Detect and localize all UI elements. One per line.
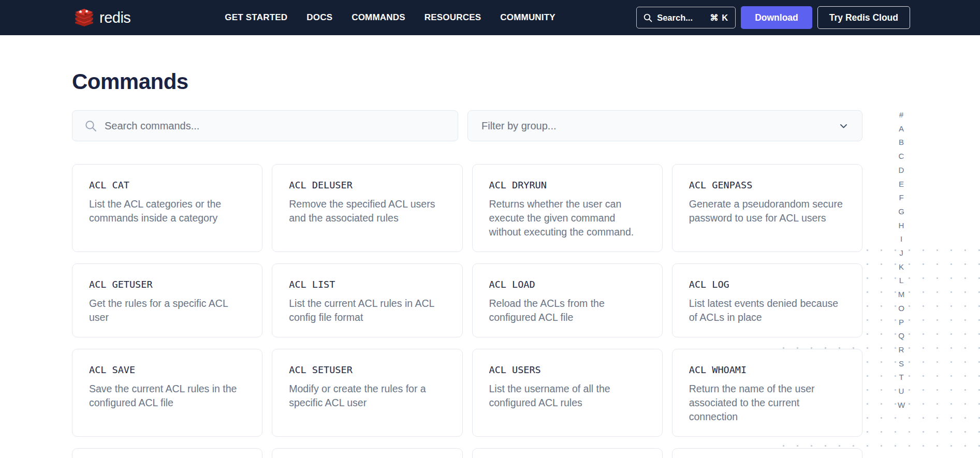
command-description: List the current ACL rules in ACL config… bbox=[289, 297, 445, 324]
alphabet-rail-letter[interactable]: D bbox=[894, 164, 909, 178]
alphabet-rail-letter[interactable]: U bbox=[894, 385, 909, 398]
search-commands-input[interactable] bbox=[105, 111, 458, 141]
command-description: Generate a pseudorandom secure password … bbox=[689, 197, 845, 225]
command-name: ACL USERS bbox=[489, 364, 646, 375]
filter-controls: Filter by group... bbox=[72, 110, 862, 141]
alphabet-rail-letter[interactable]: Q bbox=[894, 329, 909, 343]
nav-link[interactable]: GET STARTED bbox=[225, 12, 287, 23]
alphabet-rail-letter[interactable]: J bbox=[894, 246, 909, 260]
alphabet-rail-letter[interactable]: O bbox=[894, 302, 909, 316]
command-name: ACL GENPASS bbox=[689, 180, 845, 190]
site-search-placeholder: Search... bbox=[657, 13, 693, 23]
redis-logo-text: redis bbox=[99, 9, 130, 26]
alphabet-rail-letter[interactable]: K bbox=[894, 260, 909, 274]
alphabet-rail-letter[interactable]: G bbox=[894, 205, 909, 219]
filter-by-group-select[interactable]: Filter by group... bbox=[467, 110, 862, 141]
alphabet-rail-letter[interactable]: M bbox=[894, 288, 909, 302]
alphabet-rail-letter[interactable]: E bbox=[894, 178, 909, 191]
navbar-actions: Search... ⌘ K Download Try Redis Cloud bbox=[636, 6, 910, 29]
download-button[interactable]: Download bbox=[741, 6, 812, 29]
command-card[interactable]: ACL USERS List the username of all the c… bbox=[472, 349, 663, 437]
command-card[interactable]: ACL LOG List latest events denied becaus… bbox=[672, 263, 862, 337]
alphabet-rail-letter[interactable]: # bbox=[894, 108, 909, 122]
command-name: ACL LOAD bbox=[489, 279, 646, 290]
alphabet-rail-letter[interactable]: F bbox=[894, 191, 909, 205]
command-description: Remove the specified ACL users and the a… bbox=[289, 197, 445, 225]
command-card[interactable]: ACL SAVE Save the current ACL rules in t… bbox=[72, 349, 262, 437]
command-card[interactable]: ACL WHOAMI Return the name of the user a… bbox=[672, 349, 862, 437]
command-card[interactable]: ACL LOAD Reload the ACLs from the config… bbox=[472, 263, 663, 337]
command-description: Get the rules for a specific ACL user bbox=[89, 297, 245, 324]
command-card[interactable]: ACL GENPASS Generate a pseudorandom secu… bbox=[672, 164, 862, 252]
command-name: ACL SETUSER bbox=[289, 364, 445, 375]
alphabet-rail-letter[interactable]: A bbox=[894, 122, 909, 136]
command-description: Reload the ACLs from the configured ACL … bbox=[489, 297, 646, 324]
command-description: List latest events denied because of ACL… bbox=[689, 297, 845, 324]
command-name: ACL CAT bbox=[89, 180, 245, 190]
try-redis-cloud-button[interactable]: Try Redis Cloud bbox=[817, 6, 910, 29]
alphabet-rail-letter[interactable]: T bbox=[894, 371, 909, 385]
alphabet-rail-letter[interactable]: I bbox=[894, 232, 909, 246]
command-card[interactable]: ACL CAT List the ACL categories or the c… bbox=[72, 164, 262, 252]
command-card[interactable]: ACL GETUSER Get the rules for a specific… bbox=[72, 263, 262, 337]
command-description: Save the current ACL rules in the config… bbox=[89, 382, 245, 410]
nav-link[interactable]: RESOURCES bbox=[425, 12, 481, 23]
search-icon bbox=[85, 120, 97, 132]
command-card[interactable]: BF.ADD bbox=[672, 448, 862, 458]
command-description: Returns whether the user can execute the… bbox=[489, 197, 646, 239]
page-title: Commands bbox=[72, 69, 980, 94]
search-shortcut: ⌘ K bbox=[710, 13, 728, 23]
command-name: ACL LOG bbox=[689, 279, 845, 290]
command-card[interactable]: APPEND bbox=[72, 448, 262, 458]
command-name: ACL LIST bbox=[289, 279, 445, 290]
command-description: List the ACL categories or the commands … bbox=[89, 197, 245, 225]
command-name: ACL DRYRUN bbox=[489, 180, 646, 190]
nav-link[interactable]: COMMUNITY bbox=[500, 12, 555, 23]
alphabet-rail: # A B C D E F G H I J K L M O P Q R S T … bbox=[894, 108, 909, 412]
command-card[interactable]: ACL SETUSER Modify or create the rules f… bbox=[272, 349, 462, 437]
alphabet-rail-letter[interactable]: P bbox=[894, 316, 909, 330]
redis-logo[interactable]: redis bbox=[74, 9, 130, 26]
command-card[interactable]: AUTH bbox=[472, 448, 663, 458]
command-card[interactable]: ACL DELUSER Remove the specified ACL use… bbox=[272, 164, 462, 252]
nav-link[interactable]: DOCS bbox=[306, 12, 332, 23]
command-name: ACL GETUSER bbox=[89, 279, 245, 290]
main-content: Commands Filter by group... ACL CAT List… bbox=[0, 69, 980, 458]
command-card[interactable]: ACL DRYRUN Returns whether the user can … bbox=[472, 164, 663, 252]
search-icon bbox=[643, 13, 652, 22]
chevron-down-icon bbox=[839, 121, 849, 131]
navbar: redis GET STARTED DOCS COMMANDS RESOURCE… bbox=[0, 0, 980, 35]
commands-grid: ACL CAT List the ACL categories or the c… bbox=[72, 164, 862, 458]
alphabet-rail-letter[interactable]: C bbox=[894, 150, 909, 164]
command-name: ACL DELUSER bbox=[289, 180, 445, 190]
alphabet-rail-letter[interactable]: R bbox=[894, 343, 909, 357]
filter-by-group-label: Filter by group... bbox=[481, 120, 557, 132]
command-name: ACL SAVE bbox=[89, 364, 245, 375]
command-card[interactable]: ACL LIST List the current ACL rules in A… bbox=[272, 263, 462, 337]
site-search-button[interactable]: Search... ⌘ K bbox=[636, 7, 736, 28]
nav-link[interactable]: COMMANDS bbox=[352, 12, 405, 23]
alphabet-rail-letter[interactable]: S bbox=[894, 357, 909, 371]
alphabet-rail-letter[interactable]: W bbox=[894, 398, 909, 412]
command-description: Modify or create the rules for a specifi… bbox=[289, 382, 445, 410]
command-description: Return the name of the user associated t… bbox=[689, 382, 845, 424]
alphabet-rail-letter[interactable]: B bbox=[894, 136, 909, 150]
search-commands-box bbox=[72, 110, 458, 141]
redis-logo-icon bbox=[74, 9, 95, 26]
alphabet-rail-letter[interactable]: L bbox=[894, 274, 909, 288]
command-description: List the username of all the configured … bbox=[489, 382, 646, 410]
command-card[interactable]: ASKING bbox=[272, 448, 462, 458]
command-name: ACL WHOAMI bbox=[689, 364, 845, 375]
alphabet-rail-letter[interactable]: H bbox=[894, 219, 909, 233]
primary-nav: GET STARTED DOCS COMMANDS RESOURCES COMM… bbox=[225, 12, 555, 23]
